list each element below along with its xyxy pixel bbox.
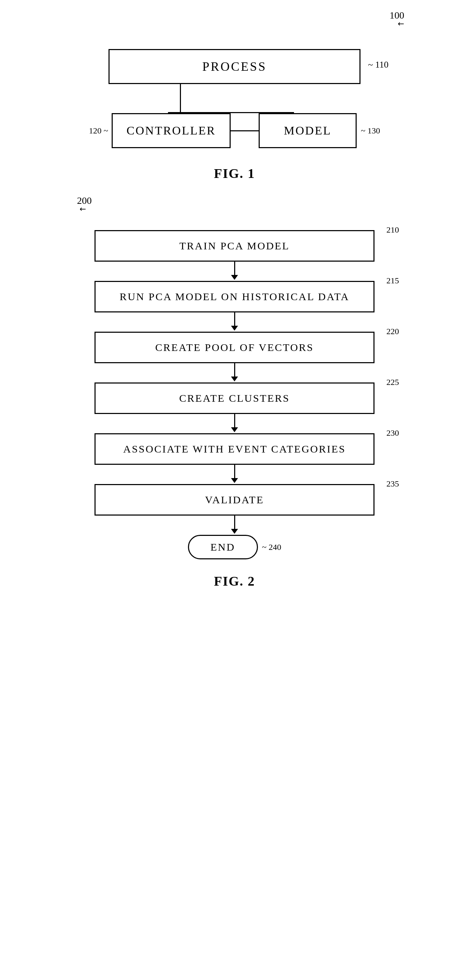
end-label: END [210, 541, 235, 553]
arrow-4 [231, 414, 238, 433]
flow-box-215: RUN PCA MODEL ON HISTORICAL DATA [95, 281, 374, 312]
end-row: END ~ 240 [188, 535, 281, 559]
model-label: MODEL [284, 124, 331, 137]
fig2-caption: FIG. 2 [214, 573, 255, 589]
fig1-v-line1 [180, 84, 181, 112]
flow-step-2-wrapper: 215 RUN PCA MODEL ON HISTORICAL DATA [95, 281, 374, 312]
ref-100-container: 100 ↗ [390, 10, 404, 29]
controller-box: CONTROLLER [112, 113, 231, 148]
flow-ref-215: 215 [387, 276, 399, 285]
arrow-2 [231, 312, 238, 332]
flow-step-5-wrapper: 230 ASSOCIATE WITH EVENT CATEGORIES [95, 433, 374, 465]
flow-box-235: VALIDATE [95, 484, 374, 515]
end-pill: END [188, 535, 258, 559]
flow-ref-235: 235 [387, 479, 399, 488]
process-box-wrapper: PROCESS ~ 110 [108, 49, 361, 84]
ref-200-container: 200 ↗ [77, 195, 92, 214]
flow-ref-220: 220 [387, 327, 399, 336]
end-ref: ~ 240 [262, 542, 281, 552]
flow-label-210: TRAIN PCA MODEL [179, 240, 290, 252]
flow-box-220: CREATE POOL OF VECTORS [95, 332, 374, 363]
page: 100 ↗ PROCESS ~ 110 120 ~ CONTROLLER [0, 0, 469, 980]
flow-ref-225: 225 [387, 377, 399, 387]
arrow-5 [231, 465, 238, 484]
flow-label-215: RUN PCA MODEL ON HISTORICAL DATA [120, 291, 350, 302]
arrow-3 [231, 363, 238, 382]
fig1-section: 100 ↗ PROCESS ~ 110 120 ~ CONTROLLER [0, 0, 469, 181]
arrow-1 [231, 262, 238, 281]
flow-label-225: CREATE CLUSTERS [179, 392, 290, 404]
flow-container: 210 TRAIN PCA MODEL 215 RUN PCA MODEL ON… [95, 230, 374, 559]
flow-step-6-wrapper: 235 VALIDATE [95, 484, 374, 515]
horiz-connector [231, 130, 259, 131]
model-box: MODEL [259, 113, 357, 148]
fig2-section: 200 ↗ 210 TRAIN PCA MODEL 215 RUN PCA [0, 181, 469, 610]
flow-label-220: CREATE POOL OF VECTORS [155, 342, 314, 353]
process-box: PROCESS [108, 49, 361, 84]
controller-label: CONTROLLER [127, 124, 216, 137]
arrow-6 [231, 515, 238, 535]
fig1-caption: FIG. 1 [214, 165, 255, 181]
flow-label-230: ASSOCIATE WITH EVENT CATEGORIES [123, 443, 346, 455]
flow-box-230: ASSOCIATE WITH EVENT CATEGORIES [95, 433, 374, 465]
flow-box-225: CREATE CLUSTERS [95, 382, 374, 414]
flow-step-4-wrapper: 225 CREATE CLUSTERS [95, 382, 374, 414]
ref-120: 120 ~ [89, 126, 108, 135]
flow-box-210: TRAIN PCA MODEL [95, 230, 374, 262]
flow-step-3-wrapper: 220 CREATE POOL OF VECTORS [95, 332, 374, 363]
ref-110: ~ 110 [368, 60, 388, 70]
flow-step-1-wrapper: 210 TRAIN PCA MODEL [95, 230, 374, 262]
flow-ref-210: 210 [387, 225, 399, 235]
ref-130: ~ 130 [361, 126, 380, 135]
controller-model-row: 120 ~ CONTROLLER MODEL ~ 130 [89, 113, 380, 148]
flow-label-235: VALIDATE [205, 494, 264, 506]
process-label: PROCESS [202, 59, 267, 74]
flow-ref-230: 230 [387, 428, 399, 438]
